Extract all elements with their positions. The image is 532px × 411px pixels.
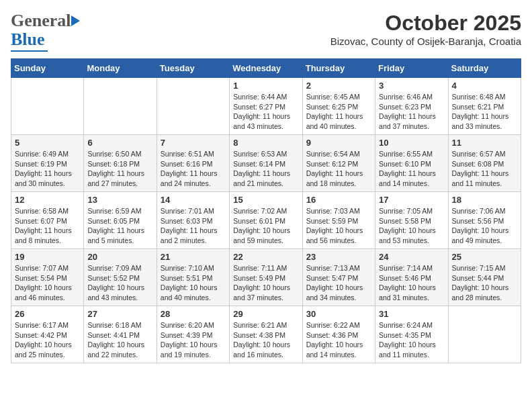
day-number: 2 [306, 81, 371, 91]
calendar-week-row: 1Sunrise: 6:44 AMSunset: 6:27 PMDaylight… [11, 78, 521, 135]
day-number: 13 [87, 195, 152, 205]
day-info: Sunrise: 6:54 AMSunset: 6:12 PMDaylight:… [306, 149, 371, 189]
day-number: 26 [15, 309, 80, 319]
day-info: Sunrise: 7:07 AMSunset: 5:54 PMDaylight:… [15, 263, 80, 303]
calendar-week-row: 5Sunrise: 6:49 AMSunset: 6:19 PMDaylight… [11, 135, 521, 192]
day-info: Sunrise: 7:01 AMSunset: 6:03 PMDaylight:… [161, 206, 226, 246]
day-info: Sunrise: 6:51 AMSunset: 6:16 PMDaylight:… [161, 149, 226, 189]
header-saturday: Saturday [448, 59, 521, 78]
table-row: 17Sunrise: 7:05 AMSunset: 5:58 PMDayligh… [375, 192, 448, 249]
header-thursday: Thursday [302, 59, 375, 78]
day-number: 22 [233, 252, 298, 262]
day-info: Sunrise: 6:22 AMSunset: 4:36 PMDaylight:… [306, 320, 371, 360]
day-number: 1 [233, 81, 298, 91]
day-info: Sunrise: 6:59 AMSunset: 6:05 PMDaylight:… [87, 206, 152, 246]
table-row: 23Sunrise: 7:13 AMSunset: 5:47 PMDayligh… [302, 249, 375, 306]
day-info: Sunrise: 6:55 AMSunset: 6:10 PMDaylight:… [379, 149, 444, 189]
day-info: Sunrise: 6:50 AMSunset: 6:18 PMDaylight:… [87, 149, 152, 189]
day-number: 5 [15, 138, 80, 148]
logo-arrow-icon [71, 15, 80, 26]
day-number: 24 [379, 252, 444, 262]
table-row [84, 78, 157, 135]
day-info: Sunrise: 7:02 AMSunset: 6:01 PMDaylight:… [233, 206, 298, 246]
day-number: 18 [452, 195, 517, 205]
day-info: Sunrise: 7:15 AMSunset: 5:44 PMDaylight:… [452, 263, 517, 303]
day-info: Sunrise: 6:58 AMSunset: 6:07 PMDaylight:… [15, 206, 80, 246]
day-number: 20 [87, 252, 152, 262]
table-row: 5Sunrise: 6:49 AMSunset: 6:19 PMDaylight… [11, 135, 84, 192]
header: General Blue October 2025 Bizovac, Count… [11, 11, 521, 52]
table-row: 29Sunrise: 6:21 AMSunset: 4:38 PMDayligh… [230, 306, 302, 363]
day-info: Sunrise: 6:17 AMSunset: 4:42 PMDaylight:… [15, 320, 80, 360]
table-row: 13Sunrise: 6:59 AMSunset: 6:05 PMDayligh… [84, 192, 157, 249]
header-monday: Monday [84, 59, 157, 78]
table-row: 30Sunrise: 6:22 AMSunset: 4:36 PMDayligh… [302, 306, 375, 363]
table-row: 10Sunrise: 6:55 AMSunset: 6:10 PMDayligh… [375, 135, 448, 192]
table-row: 15Sunrise: 7:02 AMSunset: 6:01 PMDayligh… [230, 192, 302, 249]
title-area: October 2025 Bizovac, County of Osijek-B… [330, 11, 521, 47]
table-row: 24Sunrise: 7:14 AMSunset: 5:46 PMDayligh… [375, 249, 448, 306]
table-row: 11Sunrise: 6:57 AMSunset: 6:08 PMDayligh… [448, 135, 521, 192]
table-row [448, 306, 521, 363]
day-number: 9 [306, 138, 371, 148]
day-number: 10 [379, 138, 444, 148]
day-info: Sunrise: 6:53 AMSunset: 6:14 PMDaylight:… [233, 149, 298, 189]
day-number: 12 [15, 195, 80, 205]
table-row [157, 78, 229, 135]
table-row: 6Sunrise: 6:50 AMSunset: 6:18 PMDaylight… [84, 135, 157, 192]
table-row [11, 78, 84, 135]
day-number: 11 [452, 138, 517, 148]
table-row: 26Sunrise: 6:17 AMSunset: 4:42 PMDayligh… [11, 306, 84, 363]
table-row: 9Sunrise: 6:54 AMSunset: 6:12 PMDaylight… [302, 135, 375, 192]
day-number: 6 [87, 138, 152, 148]
page-subtitle: Bizovac, County of Osijek-Baranja, Croat… [330, 36, 521, 47]
table-row: 18Sunrise: 7:06 AMSunset: 5:56 PMDayligh… [448, 192, 521, 249]
table-row: 8Sunrise: 6:53 AMSunset: 6:14 PMDaylight… [230, 135, 302, 192]
day-number: 23 [306, 252, 371, 262]
day-number: 28 [161, 309, 226, 319]
day-number: 19 [15, 252, 80, 262]
table-row: 2Sunrise: 6:45 AMSunset: 6:25 PMDaylight… [302, 78, 375, 135]
table-row: 4Sunrise: 6:48 AMSunset: 6:21 PMDaylight… [448, 78, 521, 135]
day-info: Sunrise: 7:10 AMSunset: 5:51 PMDaylight:… [161, 263, 226, 303]
day-info: Sunrise: 6:21 AMSunset: 4:38 PMDaylight:… [233, 320, 298, 360]
day-number: 15 [233, 195, 298, 205]
table-row: 12Sunrise: 6:58 AMSunset: 6:07 PMDayligh… [11, 192, 84, 249]
header-wednesday: Wednesday [230, 59, 302, 78]
calendar-header-row: Sunday Monday Tuesday Wednesday Thursday… [11, 59, 521, 78]
day-info: Sunrise: 6:46 AMSunset: 6:23 PMDaylight:… [379, 92, 444, 132]
page-title: October 2025 [330, 11, 521, 36]
table-row: 31Sunrise: 6:24 AMSunset: 4:35 PMDayligh… [375, 306, 448, 363]
calendar-week-row: 12Sunrise: 6:58 AMSunset: 6:07 PMDayligh… [11, 192, 521, 249]
day-number: 25 [452, 252, 517, 262]
day-info: Sunrise: 6:20 AMSunset: 4:39 PMDaylight:… [161, 320, 226, 360]
day-info: Sunrise: 7:09 AMSunset: 5:52 PMDaylight:… [87, 263, 152, 303]
header-tuesday: Tuesday [157, 59, 229, 78]
day-number: 17 [379, 195, 444, 205]
day-info: Sunrise: 6:24 AMSunset: 4:35 PMDaylight:… [379, 320, 444, 360]
day-number: 14 [161, 195, 226, 205]
header-friday: Friday [375, 59, 448, 78]
day-info: Sunrise: 6:45 AMSunset: 6:25 PMDaylight:… [306, 92, 371, 132]
day-number: 31 [379, 309, 444, 319]
table-row: 27Sunrise: 6:18 AMSunset: 4:41 PMDayligh… [84, 306, 157, 363]
day-number: 7 [161, 138, 226, 148]
day-info: Sunrise: 7:14 AMSunset: 5:46 PMDaylight:… [379, 263, 444, 303]
calendar-week-row: 26Sunrise: 6:17 AMSunset: 4:42 PMDayligh… [11, 306, 521, 363]
day-number: 8 [233, 138, 298, 148]
table-row: 3Sunrise: 6:46 AMSunset: 6:23 PMDaylight… [375, 78, 448, 135]
header-sunday: Sunday [11, 59, 84, 78]
logo-blue-text: Blue [11, 30, 45, 50]
table-row: 1Sunrise: 6:44 AMSunset: 6:27 PMDaylight… [230, 78, 302, 135]
day-info: Sunrise: 6:57 AMSunset: 6:08 PMDaylight:… [452, 149, 517, 189]
day-number: 21 [161, 252, 226, 262]
table-row: 19Sunrise: 7:07 AMSunset: 5:54 PMDayligh… [11, 249, 84, 306]
table-row: 28Sunrise: 6:20 AMSunset: 4:39 PMDayligh… [157, 306, 229, 363]
day-info: Sunrise: 7:03 AMSunset: 5:59 PMDaylight:… [306, 206, 371, 246]
table-row: 14Sunrise: 7:01 AMSunset: 6:03 PMDayligh… [157, 192, 229, 249]
calendar-table: Sunday Monday Tuesday Wednesday Thursday… [11, 58, 521, 363]
day-info: Sunrise: 6:48 AMSunset: 6:21 PMDaylight:… [452, 92, 517, 132]
table-row: 16Sunrise: 7:03 AMSunset: 5:59 PMDayligh… [302, 192, 375, 249]
table-row: 22Sunrise: 7:11 AMSunset: 5:49 PMDayligh… [230, 249, 302, 306]
day-info: Sunrise: 6:44 AMSunset: 6:27 PMDaylight:… [233, 92, 298, 132]
